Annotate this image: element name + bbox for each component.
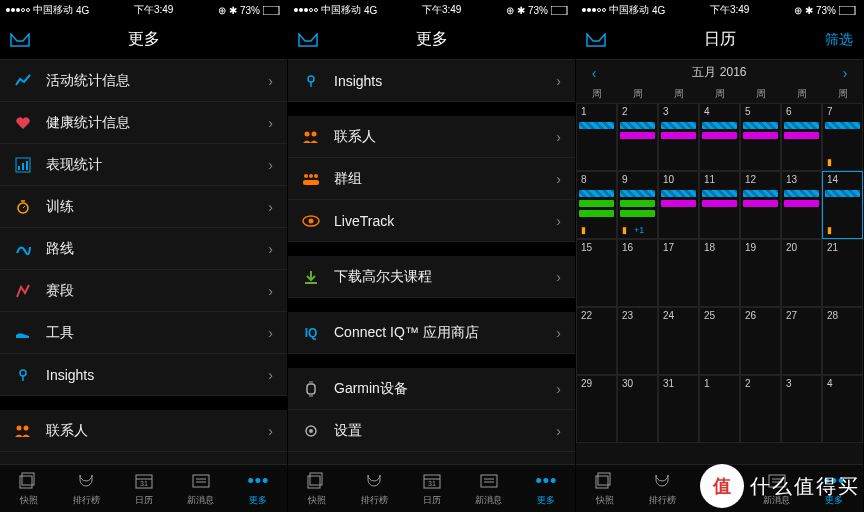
day-cell[interactable]: 30 (617, 375, 658, 443)
tab-label: 更多 (537, 494, 555, 507)
day-cell[interactable]: 28 (822, 307, 863, 375)
day-cell[interactable]: 17 (658, 239, 699, 307)
day-cell[interactable]: 12 (740, 171, 781, 239)
chevron-right-icon: › (268, 157, 273, 173)
tab-label: 排行榜 (361, 494, 388, 507)
row-bar[interactable]: 表现统计 › (0, 144, 287, 186)
event-bar (620, 190, 655, 197)
inbox-icon[interactable] (10, 33, 50, 47)
day-cell[interactable]: 15 (576, 239, 617, 307)
tab-snap[interactable]: 快照 (0, 465, 57, 512)
nav-right-action[interactable]: 筛选 (813, 31, 853, 49)
row-label: 工具 (46, 324, 254, 342)
row-download[interactable]: 下载高尔夫课程 › (288, 256, 575, 298)
day-cell[interactable]: 18 (699, 239, 740, 307)
tab-more[interactable]: ••• 更多 (230, 465, 287, 512)
row-eye[interactable]: LiveTrack › (288, 200, 575, 242)
day-cell[interactable]: 24 (658, 307, 699, 375)
content: 活动统计信息 › 健康统计信息 › 表现统计 › 训练 › 路线 › 赛段 (0, 60, 287, 464)
day-cell[interactable]: 11 (699, 171, 740, 239)
tab-trophy[interactable]: 排行榜 (57, 465, 114, 512)
day-cell[interactable]: 3 (781, 375, 822, 443)
row-group[interactable]: 群组 › (0, 452, 287, 464)
inbox-icon[interactable] (586, 33, 626, 47)
day-cell[interactable]: 2 (740, 375, 781, 443)
watermark-badge: 值 (700, 464, 744, 508)
row-chart[interactable]: 活动统计信息 › (0, 60, 287, 102)
tab-news[interactable]: 新消息 (460, 465, 517, 512)
row-bulb[interactable]: Insights › (288, 60, 575, 102)
tab-snap[interactable]: 快照 (288, 465, 345, 512)
screen-more-2: 中国移动 4G 下午3:49 ⊕✱73% 更多 Insights › 联系人 ›… (288, 0, 576, 512)
day-cell[interactable]: 14 ▮ (822, 171, 863, 239)
next-month[interactable]: › (835, 65, 855, 81)
calendar-content: ‹ 五月 2016 › 周周周周周周周 1 2 (576, 60, 863, 464)
day-number: 19 (745, 242, 756, 253)
tab-snap[interactable]: 快照 (576, 465, 633, 512)
row-flag[interactable]: 赛段 › (0, 270, 287, 312)
day-cell[interactable]: 3 (658, 103, 699, 171)
day-cell[interactable]: 7 ▮ (822, 103, 863, 171)
svg-point-13 (24, 425, 29, 430)
day-cell[interactable]: 25 (699, 307, 740, 375)
day-cell[interactable]: 4 (699, 103, 740, 171)
event-bar (743, 122, 778, 129)
day-cell[interactable]: 19 (740, 239, 781, 307)
iq-icon: IQ (302, 326, 320, 340)
row-gear[interactable]: 设置 › (288, 410, 575, 452)
flag-icon (14, 283, 32, 299)
day-cell[interactable]: 22 (576, 307, 617, 375)
day-cell[interactable]: 8 ▮ (576, 171, 617, 239)
day-cell[interactable]: 21 (822, 239, 863, 307)
row-shoe[interactable]: 工具 › (0, 312, 287, 354)
day-cell[interactable]: 26 (740, 307, 781, 375)
day-cell[interactable]: 29 (576, 375, 617, 443)
news-icon (190, 470, 212, 492)
day-cell[interactable]: 5 (740, 103, 781, 171)
day-cell[interactable]: 9 ▮ +1 (617, 171, 658, 239)
row-stopwatch[interactable]: 训练 › (0, 186, 287, 228)
day-cell[interactable]: 16 (617, 239, 658, 307)
row-group[interactable]: 群组 › (288, 158, 575, 200)
row-people[interactable]: 联系人 › (288, 116, 575, 158)
day-cell[interactable]: 1 (699, 375, 740, 443)
event-bar (661, 200, 696, 207)
day-cell[interactable]: 13 (781, 171, 822, 239)
row-people[interactable]: 联系人 › (0, 410, 287, 452)
row-route[interactable]: 路线 › (0, 228, 287, 270)
row-heart[interactable]: 健康统计信息 › (0, 102, 287, 144)
row-label: 赛段 (46, 282, 254, 300)
day-cell[interactable]: 31 (658, 375, 699, 443)
day-cell[interactable]: 20 (781, 239, 822, 307)
day-cell[interactable]: 2 (617, 103, 658, 171)
row-help[interactable]: ? 帮助 › (288, 452, 575, 464)
tab-cal[interactable]: 31 日历 (115, 465, 172, 512)
prev-month[interactable]: ‹ (584, 65, 604, 81)
row-label: 联系人 (334, 128, 542, 146)
calendar-grid: 1 2 3 4 (576, 103, 863, 443)
day-cell[interactable]: 10 (658, 171, 699, 239)
tab-trophy[interactable]: 排行榜 (345, 465, 402, 512)
row-iq[interactable]: IQ Connect IQ™ 应用商店 › (288, 312, 575, 354)
network: 4G (364, 5, 377, 16)
day-cell[interactable]: 27 (781, 307, 822, 375)
day-cell[interactable]: 4 (822, 375, 863, 443)
svg-point-31 (308, 76, 314, 82)
tab-more[interactable]: ••• 更多 (518, 465, 575, 512)
chevron-right-icon: › (556, 269, 561, 285)
tab-cal[interactable]: 31 日历 (403, 465, 460, 512)
tab-trophy[interactable]: 排行榜 (633, 465, 690, 512)
tab-label: 快照 (308, 494, 326, 507)
event-bar (825, 190, 860, 197)
tab-news[interactable]: 新消息 (172, 465, 229, 512)
day-cell[interactable]: 6 (781, 103, 822, 171)
row-label: Insights (334, 73, 542, 89)
inbox-icon[interactable] (298, 33, 338, 47)
trophy-icon (651, 470, 673, 492)
day-cell[interactable]: 23 (617, 307, 658, 375)
day-number: 3 (663, 106, 669, 117)
row-bulb[interactable]: Insights › (0, 354, 287, 396)
row-watch[interactable]: Garmin设备 › (288, 368, 575, 410)
day-cell[interactable]: 1 (576, 103, 617, 171)
event-bar (661, 190, 696, 197)
